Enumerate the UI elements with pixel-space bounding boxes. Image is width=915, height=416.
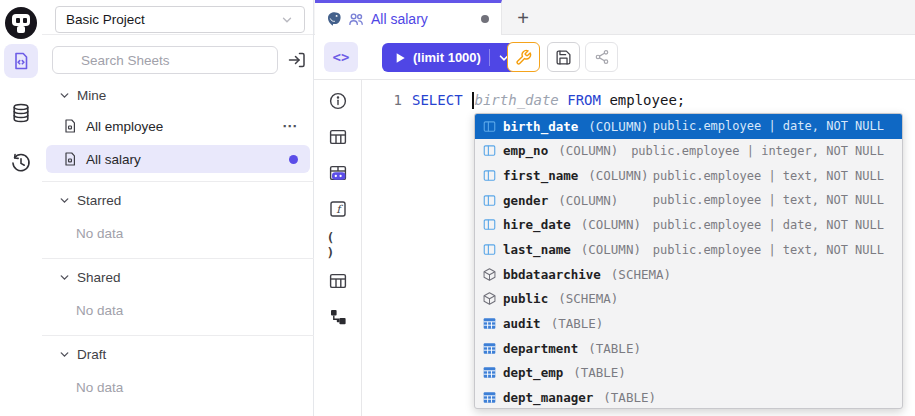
line-number: 1 xyxy=(362,92,402,108)
editor-side-rail: f ( ) xyxy=(314,80,362,416)
column-icon xyxy=(481,118,497,134)
parentheses-icon[interactable]: ( ) xyxy=(327,234,349,256)
tab-strip: All salary + xyxy=(314,0,915,35)
schema-cube-icon xyxy=(481,291,497,307)
left-rail xyxy=(0,0,42,416)
bytebase-logo[interactable] xyxy=(5,7,37,39)
suggest-item-birth-date[interactable]: birth_date (COLUMN) public.employee | da… xyxy=(475,114,902,139)
run-label: (limit 1000) xyxy=(413,50,481,65)
column-icon xyxy=(481,143,497,159)
run-query-button[interactable]: (limit 1000) xyxy=(382,43,520,72)
suggest-item-audit[interactable]: audit (TABLE) xyxy=(475,311,902,336)
unsaved-dot-indicator xyxy=(289,155,298,164)
suggest-item-public[interactable]: public (SCHEMA) xyxy=(475,287,902,312)
sheet-file-icon xyxy=(62,118,78,134)
save-icon xyxy=(555,49,572,66)
play-icon xyxy=(393,51,407,65)
column-icon xyxy=(481,242,497,258)
share-sheet-button[interactable] xyxy=(585,42,618,72)
keyword-from: FROM xyxy=(559,92,610,108)
identifier-employee: employee; xyxy=(609,92,685,108)
table-icon xyxy=(481,340,497,356)
suggest-item-emp-no[interactable]: emp_no (COLUMN) public.employee | intege… xyxy=(475,139,902,164)
chevron-down-icon xyxy=(58,194,71,207)
sheet-item-label: All employee xyxy=(86,119,163,134)
draft-empty-text: No data xyxy=(76,380,123,395)
code-line-1: 1SELECT birth_date FROM employee; xyxy=(362,90,685,110)
project-name: Basic Project xyxy=(66,12,145,27)
sql-editor-surface[interactable]: 1SELECT birth_date FROM employee; birth_… xyxy=(362,80,915,416)
tab-unsaved-dot xyxy=(481,15,489,23)
sheet-file-icon xyxy=(62,151,78,167)
more-menu-icon[interactable]: ⋯ xyxy=(282,117,298,135)
table-icon xyxy=(481,316,497,332)
suggest-item-bbdataarchive[interactable]: bbdataarchive (SCHEMA) xyxy=(475,262,902,287)
info-icon[interactable] xyxy=(327,90,349,112)
shared-empty-text: No data xyxy=(76,303,123,318)
history-clock-icon xyxy=(10,152,32,174)
starred-empty-text: No data xyxy=(76,226,123,241)
save-sheet-button[interactable] xyxy=(547,42,580,72)
section-draft[interactable]: Draft xyxy=(42,344,314,364)
main-area: All salary + <> (limit 1000) xyxy=(314,0,915,416)
share-icon xyxy=(594,49,610,65)
suggest-item-first-name[interactable]: first_name (COLUMN) public.employee | te… xyxy=(475,163,902,188)
suggest-item-dept-manager[interactable]: dept_manager (TABLE) xyxy=(475,385,902,409)
section-mine-label: Mine xyxy=(77,88,106,103)
import-sheet-button[interactable] xyxy=(286,49,308,71)
tab-all-salary[interactable]: All salary xyxy=(315,0,502,35)
column-icon xyxy=(481,192,497,208)
database-nav-button[interactable] xyxy=(4,96,38,130)
logo-face xyxy=(12,14,30,26)
sheet-item-all-salary[interactable]: All salary xyxy=(46,145,310,173)
sidebar: Basic Project Mine xyxy=(42,0,314,416)
wrench-icon xyxy=(515,49,532,66)
sheet-code-icon xyxy=(11,51,31,71)
table-data-colored-icon[interactable] xyxy=(327,162,349,184)
history-nav-button[interactable] xyxy=(4,146,38,180)
section-draft-label: Draft xyxy=(77,347,106,362)
table-icon xyxy=(481,365,497,381)
divider xyxy=(42,181,314,182)
editor-content: f ( ) 1SELECT birth_date FRO xyxy=(314,80,915,416)
tab-label: All salary xyxy=(371,11,428,27)
keyword-select: SELECT xyxy=(412,92,471,108)
suggest-item-hire-date[interactable]: hire_date (COLUMN) public.employee | dat… xyxy=(475,213,902,238)
section-starred-label: Starred xyxy=(77,193,121,208)
chevron-down-icon xyxy=(58,89,71,102)
function-icon[interactable]: f xyxy=(327,198,349,220)
divider xyxy=(42,335,314,336)
logo-chin xyxy=(17,26,25,33)
admin-wrench-button[interactable] xyxy=(507,42,540,72)
search-sheets-input[interactable] xyxy=(52,46,278,74)
database-icon xyxy=(10,102,32,124)
sql-editor-app: Basic Project Mine xyxy=(0,0,915,416)
column-icon xyxy=(481,168,497,184)
project-selector[interactable]: Basic Project xyxy=(55,6,305,33)
text-cursor xyxy=(472,92,474,109)
suggest-item-last-name[interactable]: last_name (COLUMN) public.employee | tex… xyxy=(475,237,902,262)
schema-cube-icon xyxy=(481,266,497,282)
suggest-item-gender[interactable]: gender (COLUMN) public.employee | text, … xyxy=(475,188,902,213)
search-row xyxy=(42,46,314,76)
section-starred[interactable]: Starred xyxy=(42,190,314,210)
table-panel-icon[interactable] xyxy=(327,126,349,148)
sheets-nav-button[interactable] xyxy=(4,44,38,78)
section-mine[interactable]: Mine xyxy=(42,85,314,105)
sheet-item-label: All salary xyxy=(86,152,141,167)
shared-users-icon xyxy=(348,11,364,27)
schema-diagram-icon[interactable] xyxy=(327,306,349,328)
chevron-down-icon xyxy=(58,271,71,284)
section-shared[interactable]: Shared xyxy=(42,267,314,287)
ghost-suggestion-text: birth_date xyxy=(475,92,559,108)
suggest-item-dept-emp[interactable]: dept_emp (TABLE) xyxy=(475,361,902,386)
section-shared-label: Shared xyxy=(77,270,121,285)
add-tab-button[interactable]: + xyxy=(510,5,536,31)
postgresql-icon xyxy=(325,10,343,28)
table-icon xyxy=(481,390,497,406)
sheet-item-all-employee[interactable]: All employee ⋯ xyxy=(46,112,310,140)
suggest-item-department[interactable]: department (TABLE) xyxy=(475,336,902,361)
code-view-toggle[interactable]: <> xyxy=(324,42,358,72)
chevron-down-icon xyxy=(280,13,294,27)
table-list-icon[interactable] xyxy=(327,270,349,292)
